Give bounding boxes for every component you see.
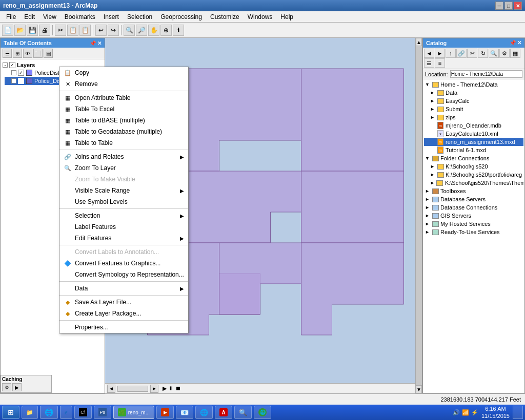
zoom-in-button[interactable]: 🔍 — [124, 25, 135, 36]
save-button[interactable]: 💾 — [27, 25, 38, 36]
ctx-edit-features[interactable]: Edit Features ▶ — [59, 233, 188, 244]
map-nav-right[interactable]: ► — [150, 385, 158, 393]
tree-submit[interactable]: ► Submit — [424, 105, 523, 113]
map-scrollbar-h[interactable] — [117, 386, 148, 392]
cache-btn1[interactable]: ⚙ — [2, 383, 11, 391]
ctx-copy[interactable]: 📋 Copy — [59, 67, 188, 78]
start-button[interactable]: ⊞ — [2, 406, 19, 419]
layers-expand[interactable]: - — [3, 62, 8, 68]
tree-home[interactable]: ▼ Home - Theme12\Data — [424, 80, 523, 89]
cat-details[interactable]: ≡ — [435, 58, 445, 68]
layers-checkbox[interactable]: ✓ — [9, 62, 15, 68]
ctx-convert-symbology[interactable]: Convert Symbology to Representation... — [59, 269, 188, 280]
toc-selection-btn[interactable]: ⬜ — [33, 49, 43, 58]
show-desktop-button[interactable] — [513, 406, 523, 419]
menu-view[interactable]: View — [39, 12, 60, 22]
ps-taskbar-btn[interactable]: Ps — [94, 406, 111, 419]
menu-help[interactable]: Help — [276, 12, 297, 22]
kschool1-expand[interactable]: ► — [430, 164, 435, 169]
ctx-label-features[interactable]: Label Features — [59, 221, 188, 233]
db-servers-expand[interactable]: ► — [425, 197, 430, 202]
tree-db-connections[interactable]: ► Database Connections — [424, 203, 523, 212]
ctx-properties[interactable]: Properties... — [59, 322, 188, 333]
home-expand[interactable]: ▼ — [425, 82, 430, 87]
cmd-taskbar-btn[interactable]: C\ — [74, 406, 92, 419]
layer2-expand[interactable]: - — [11, 78, 16, 83]
search-taskbar-btn[interactable]: 🔍 — [234, 406, 252, 419]
kschool2-expand[interactable]: ► — [430, 172, 435, 177]
scroll-up[interactable]: ▲ — [416, 38, 422, 46]
pan-button[interactable]: ✋ — [148, 25, 159, 36]
catalog-pin[interactable]: 📌 ✕ — [510, 40, 521, 46]
ctx-table-table[interactable]: ▦ Table to Table — [59, 137, 188, 149]
cat-list[interactable]: ☰ — [424, 58, 434, 68]
open-button[interactable]: 📂 — [14, 25, 26, 36]
mail-taskbar-btn[interactable]: 📧 — [176, 406, 193, 419]
tree-folder-connections[interactable]: ▼ Folder Connections — [424, 154, 523, 162]
ctx-create-pkg[interactable]: ◆ Create Layer Package... — [59, 308, 188, 319]
menu-selection[interactable]: Selection — [123, 12, 156, 22]
tree-mjreno[interactable]: m mjreno_Oleander.mdb — [424, 121, 523, 130]
tree-tutorial[interactable]: m Tutorial 6-1.mxd — [424, 146, 523, 154]
ctx-visible-scale[interactable]: Visible Scale Range ▶ — [59, 185, 188, 196]
ctx-zoom-layer[interactable]: 🔍 Zoom To Layer — [59, 162, 188, 174]
hosted-expand[interactable]: ► — [425, 221, 430, 226]
ctx-symbol-levels[interactable]: Use Symbol Levels — [59, 196, 188, 207]
folder-conn-expand[interactable]: ▼ — [425, 156, 430, 161]
ctx-table-dbase[interactable]: ▦ Table to dBASE (multiple) — [59, 115, 188, 126]
copy-button[interactable]: 📋 — [67, 25, 78, 36]
ctx-open-attr[interactable]: ▦ Open Attribute Table — [59, 92, 188, 103]
menu-bookmarks[interactable]: Bookmarks — [60, 12, 99, 22]
tree-easycalc[interactable]: ► EasyCalc — [424, 97, 523, 105]
tree-zips[interactable]: ► zips — [424, 113, 523, 121]
ctx-joins[interactable]: 🔗 Joins and Relates ▶ — [59, 151, 188, 162]
stop-button[interactable]: ⏹ — [175, 385, 181, 392]
paste-button[interactable]: 📋 — [79, 25, 91, 36]
scroll-track[interactable] — [416, 46, 422, 385]
arcmap-taskbar-btn[interactable]: 🌿 reno_m... — [113, 406, 154, 419]
chrome-taskbar-btn[interactable]: 🌐 — [40, 406, 58, 419]
menu-customize[interactable]: Customize — [206, 12, 244, 22]
tree-data[interactable]: ► Data — [424, 89, 523, 97]
cat-forward[interactable]: ► — [435, 49, 445, 58]
menu-file[interactable]: File — [2, 12, 20, 22]
tree-toolboxes[interactable]: ► Toolboxes — [424, 187, 523, 195]
cat-up[interactable]: ↑ — [446, 49, 456, 58]
redo-button[interactable]: ↪ — [108, 25, 119, 36]
tree-kschool1[interactable]: ► K:\School\gis520 — [424, 162, 523, 171]
ctx-convert-features[interactable]: 🔷 Convert Features to Graphics... — [59, 258, 188, 269]
explorer-taskbar-btn[interactable]: 📁 — [22, 406, 38, 419]
cat-back[interactable]: ◄ — [424, 49, 434, 58]
cache-btn2[interactable]: ▶ — [12, 383, 22, 391]
ctx-table-excel[interactable]: ▦ Table To Excel — [59, 103, 188, 115]
map-nav-left[interactable]: ◄ — [107, 385, 115, 393]
ie-taskbar-btn[interactable]: e — [60, 406, 72, 419]
cat-refresh[interactable]: ↻ — [478, 49, 488, 58]
map-vertical-scrollbar[interactable]: ▲ ▼ — [415, 38, 422, 393]
tree-reno-mxd[interactable]: m reno_m_assignment13.mxd — [424, 138, 523, 146]
data-expand[interactable]: ► — [430, 90, 435, 95]
maximize-button[interactable]: □ — [504, 2, 513, 10]
pause-button[interactable]: ⏸ — [168, 385, 174, 392]
ready-expand[interactable]: ► — [425, 229, 430, 235]
ctx-selection[interactable]: Selection ▶ — [59, 210, 188, 221]
print-button[interactable]: 🖨 — [39, 25, 50, 36]
zips-expand[interactable]: ► — [430, 115, 435, 120]
tree-easycalc10[interactable]: x EasyCalculate10.xml — [424, 130, 523, 138]
menu-insert[interactable]: Insert — [99, 12, 123, 22]
menu-geoprocessing[interactable]: Geoprocessing — [156, 12, 206, 22]
full-extent-button[interactable]: ⊕ — [160, 25, 172, 36]
tree-hosted-services[interactable]: ► My Hosted Services — [424, 220, 523, 228]
browser-taskbar-btn[interactable]: 🌐 — [195, 406, 213, 419]
cat-options[interactable]: ⚙ — [499, 49, 510, 58]
ctx-remove[interactable]: ✕ Remove — [59, 78, 188, 90]
tree-db-servers[interactable]: ► Database Servers — [424, 195, 523, 203]
minimize-button[interactable]: ─ — [495, 2, 503, 10]
layer1-checkbox[interactable]: ✓ — [18, 70, 24, 76]
cut-button[interactable]: ✂ — [55, 25, 66, 36]
toc-options-btn[interactable]: ▤ — [44, 49, 53, 58]
ctx-table-geodatabase[interactable]: ▦ Table to Geodatabase (multiple) — [59, 126, 188, 137]
media-taskbar-btn[interactable]: ▶ — [156, 406, 174, 419]
location-input[interactable] — [450, 70, 522, 78]
gis-servers-expand[interactable]: ► — [425, 213, 430, 218]
